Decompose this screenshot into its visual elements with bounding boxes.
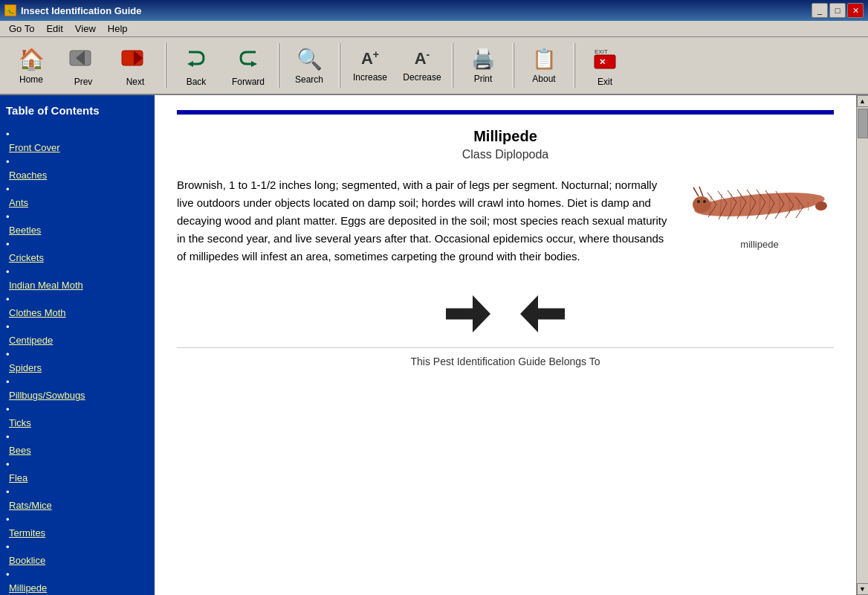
decrease-icon: A- — [415, 48, 430, 68]
prev-button[interactable]: Prev — [58, 40, 108, 91]
home-label: Home — [19, 74, 43, 85]
about-icon: 📋 — [532, 48, 556, 71]
menu-help[interactable]: Help — [102, 22, 134, 36]
image-caption: millipede — [740, 239, 778, 250]
back-icon — [183, 45, 210, 74]
search-icon: 🔍 — [297, 47, 323, 71]
next-button[interactable]: Next — [110, 40, 161, 91]
sidebar-item-spiders[interactable]: • Spiders — [6, 347, 149, 375]
exit-icon: EXIT ✕ — [592, 45, 618, 74]
title-bar: 🐛 Insect Identification Guide _ □ ✕ — [0, 0, 868, 21]
maximize-button[interactable]: □ — [829, 3, 846, 18]
menu-bar: Go To Edit View Help — [0, 21, 868, 37]
svg-text:EXIT: EXIT — [595, 48, 608, 55]
increase-button[interactable]: A+ Increase — [345, 40, 395, 91]
search-label: Search — [295, 74, 323, 85]
toolbar: 🏠 Home Prev Next Back — [0, 37, 868, 95]
sidebar-item-pillbugs[interactable]: • Pillbugs/Sowbugs — [6, 375, 149, 402]
svg-text:✕: ✕ — [599, 57, 606, 66]
sidebar-item-roaches[interactable]: • Roaches — [6, 155, 149, 182]
sidebar-item-ticks[interactable]: • Ticks — [6, 402, 149, 430]
about-label: About — [532, 74, 555, 84]
sidebar-item-bees[interactable]: • Bees — [6, 430, 149, 457]
sidebar-item-millipede[interactable]: • Millipede — [6, 567, 149, 595]
increase-icon: A+ — [361, 48, 379, 68]
scrollbar[interactable]: ▲ ▼ — [856, 95, 868, 595]
increase-label: Increase — [353, 72, 387, 83]
sidebar-item-indian-meal-moth[interactable]: • Indian Meal Moth — [6, 265, 149, 292]
forward-label: Forward — [232, 77, 265, 87]
next-icon — [120, 45, 150, 74]
menu-edit[interactable]: Edit — [40, 22, 68, 36]
sidebar-item-booklice[interactable]: • Booklice — [6, 540, 149, 567]
forward-button[interactable]: Forward — [223, 40, 273, 91]
menu-view[interactable]: View — [69, 22, 102, 36]
article-title: Millipede — [177, 128, 834, 145]
app-icon: 🐛 — [4, 4, 16, 16]
search-button[interactable]: 🔍 Search — [284, 40, 334, 91]
main-area: Table of Contents • Front Cover • Roache… — [0, 95, 868, 595]
svg-point-42 — [697, 200, 700, 203]
scroll-thumb[interactable] — [858, 109, 868, 138]
exit-label: Exit — [597, 77, 612, 87]
decrease-label: Decrease — [403, 72, 441, 83]
separator-5 — [513, 43, 514, 88]
print-label: Print — [474, 74, 493, 84]
millipede-image — [689, 176, 830, 236]
window-controls: _ □ ✕ — [812, 3, 864, 18]
bottom-text: This Pest Identification Guide Belongs T… — [177, 347, 834, 367]
sidebar-item-front-cover[interactable]: • Front Cover — [6, 127, 149, 155]
sidebar-item-flea[interactable]: • Flea — [6, 457, 149, 485]
sidebar-item-crickets[interactable]: • Crickets — [6, 237, 149, 265]
prev-label: Prev — [74, 77, 93, 87]
decrease-button[interactable]: A- Decrease — [397, 40, 447, 91]
sidebar-title: Table of Contents — [6, 101, 149, 120]
svg-line-45 — [699, 187, 703, 196]
about-button[interactable]: 📋 About — [519, 40, 569, 91]
minimize-button[interactable]: _ — [812, 3, 828, 18]
bottom-nav — [177, 280, 834, 347]
sidebar-item-termites[interactable]: • Termites — [6, 512, 149, 540]
prev-icon — [68, 45, 98, 74]
separator-2 — [278, 43, 279, 88]
sidebar: Table of Contents • Front Cover • Roache… — [0, 95, 155, 595]
content-wrapper: Millipede Class Diplopoda Brownish, 1 to… — [155, 95, 868, 595]
home-button[interactable]: 🏠 Home — [6, 40, 56, 91]
sidebar-item-beetles[interactable]: • Beetles — [6, 210, 149, 237]
scroll-up-button[interactable]: ▲ — [857, 95, 869, 107]
svg-line-44 — [693, 187, 699, 196]
exit-button[interactable]: EXIT ✕ Exit — [580, 40, 630, 91]
svg-marker-5 — [251, 61, 257, 67]
article-text: Brownish, 1 to 1-1/2 inches long; segmen… — [177, 176, 670, 266]
next-label: Next — [126, 77, 145, 87]
next-page-arrow[interactable] — [520, 295, 565, 332]
back-label: Back — [187, 77, 207, 87]
back-button[interactable]: Back — [171, 40, 221, 91]
print-button[interactable]: 🖨️ Print — [458, 40, 508, 91]
separator-4 — [452, 43, 453, 88]
forward-icon — [235, 45, 262, 74]
print-icon: 🖨️ — [471, 48, 495, 71]
separator-6 — [574, 43, 575, 88]
menu-goto[interactable]: Go To — [3, 22, 40, 36]
home-icon: 🏠 — [19, 47, 45, 71]
sidebar-item-ants[interactable]: • Ants — [6, 182, 149, 210]
close-button[interactable]: ✕ — [847, 3, 864, 18]
separator-3 — [339, 43, 340, 88]
svg-marker-4 — [187, 61, 193, 67]
svg-point-41 — [693, 196, 710, 213]
svg-point-43 — [703, 200, 706, 203]
sidebar-item-clothes-moth[interactable]: • Clothes Moth — [6, 292, 149, 320]
content-body: Brownish, 1 to 1-1/2 inches long; segmen… — [177, 176, 834, 266]
window-title: Insect Identification Guide — [21, 5, 142, 16]
article-subtitle: Class Diplopoda — [177, 148, 834, 161]
separator-1 — [165, 43, 166, 88]
prev-page-arrow[interactable] — [446, 295, 490, 332]
blue-border — [177, 110, 834, 115]
sidebar-item-rats-mice[interactable]: • Rats/Mice — [6, 485, 149, 512]
content-area: Millipede Class Diplopoda Brownish, 1 to… — [155, 95, 856, 595]
article-image-area: millipede — [685, 176, 834, 266]
sidebar-item-centipede[interactable]: • Centipede — [6, 320, 149, 347]
scroll-down-button[interactable]: ▼ — [857, 583, 869, 595]
